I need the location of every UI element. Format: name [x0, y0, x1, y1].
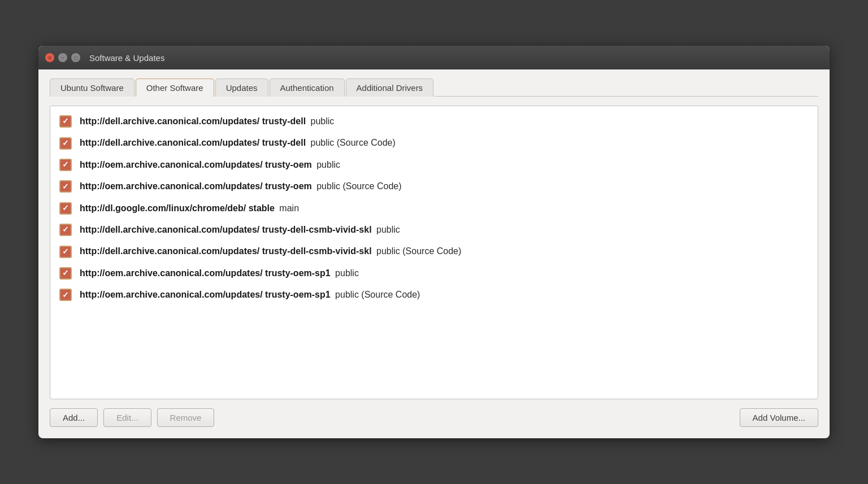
checkbox-icon[interactable]: ✓: [59, 267, 72, 280]
list-item[interactable]: ✓http://oem.archive.canonical.com/update…: [50, 284, 818, 306]
list-item[interactable]: ✓http://dell.archive.canonical.com/updat…: [50, 132, 818, 154]
list-item[interactable]: ✓http://oem.archive.canonical.com/update…: [50, 263, 818, 284]
remove-button[interactable]: Remove: [157, 408, 215, 427]
checkbox-icon[interactable]: ✓: [59, 246, 72, 258]
edit-button[interactable]: Edit...: [103, 408, 151, 427]
window-title: Software & Updates: [89, 53, 164, 63]
window-controls: ✕ − □: [45, 53, 80, 62]
list-item[interactable]: ✓http://dell.archive.canonical.com/updat…: [50, 241, 818, 262]
item-text: http://oem.archive.canonical.com/updates…: [80, 159, 340, 171]
minimize-button[interactable]: −: [58, 53, 67, 62]
titlebar: ✕ − □ Software & Updates: [38, 46, 830, 69]
list-item[interactable]: ✓http://oem.archive.canonical.com/update…: [50, 176, 818, 197]
list-item[interactable]: ✓http://oem.archive.canonical.com/update…: [50, 154, 818, 176]
add-button[interactable]: Add...: [50, 408, 98, 427]
tabs-container: Ubuntu Software Other Software Updates A…: [50, 79, 818, 97]
tab-updates[interactable]: Updates: [215, 79, 268, 97]
close-button[interactable]: ✕: [45, 53, 54, 62]
tab-authentication[interactable]: Authentication: [270, 79, 345, 97]
tab-ubuntu-software[interactable]: Ubuntu Software: [50, 79, 134, 97]
item-text: http://dell.archive.canonical.com/update…: [80, 224, 400, 236]
list-item[interactable]: ✓http://dell.archive.canonical.com/updat…: [50, 111, 818, 132]
checkbox-icon[interactable]: ✓: [59, 224, 72, 236]
checkbox-icon[interactable]: ✓: [59, 137, 72, 150]
item-text: http://dell.archive.canonical.com/update…: [80, 137, 396, 149]
item-text: http://oem.archive.canonical.com/updates…: [80, 267, 359, 280]
item-text: http://dell.archive.canonical.com/update…: [80, 245, 461, 258]
button-row: Add... Edit... Remove Add Volume...: [50, 408, 818, 427]
content-area: Ubuntu Software Other Software Updates A…: [38, 69, 830, 438]
checkbox-icon[interactable]: ✓: [59, 180, 72, 193]
software-list: ✓http://dell.archive.canonical.com/updat…: [50, 106, 818, 399]
item-text: http://oem.archive.canonical.com/updates…: [80, 180, 402, 193]
checkbox-icon[interactable]: ✓: [59, 159, 72, 171]
checkbox-icon[interactable]: ✓: [59, 115, 72, 128]
item-text: http://dl.google.com/linux/chrome/deb/ s…: [80, 202, 299, 215]
tab-bar: Ubuntu Software Other Software Updates A…: [50, 79, 818, 97]
checkbox-icon[interactable]: ✓: [59, 202, 72, 215]
main-window: ✕ − □ Software & Updates Ubuntu Software…: [38, 46, 830, 438]
maximize-button[interactable]: □: [71, 53, 80, 62]
item-text: http://dell.archive.canonical.com/update…: [80, 115, 334, 128]
list-item[interactable]: ✓http://dl.google.com/linux/chrome/deb/ …: [50, 198, 818, 219]
tab-additional-drivers[interactable]: Additional Drivers: [346, 79, 434, 97]
tab-other-software[interactable]: Other Software: [136, 79, 214, 97]
list-item[interactable]: ✓http://dell.archive.canonical.com/updat…: [50, 219, 818, 241]
add-volume-button[interactable]: Add Volume...: [740, 408, 818, 427]
checkbox-icon[interactable]: ✓: [59, 289, 72, 301]
item-text: http://oem.archive.canonical.com/updates…: [80, 289, 420, 301]
